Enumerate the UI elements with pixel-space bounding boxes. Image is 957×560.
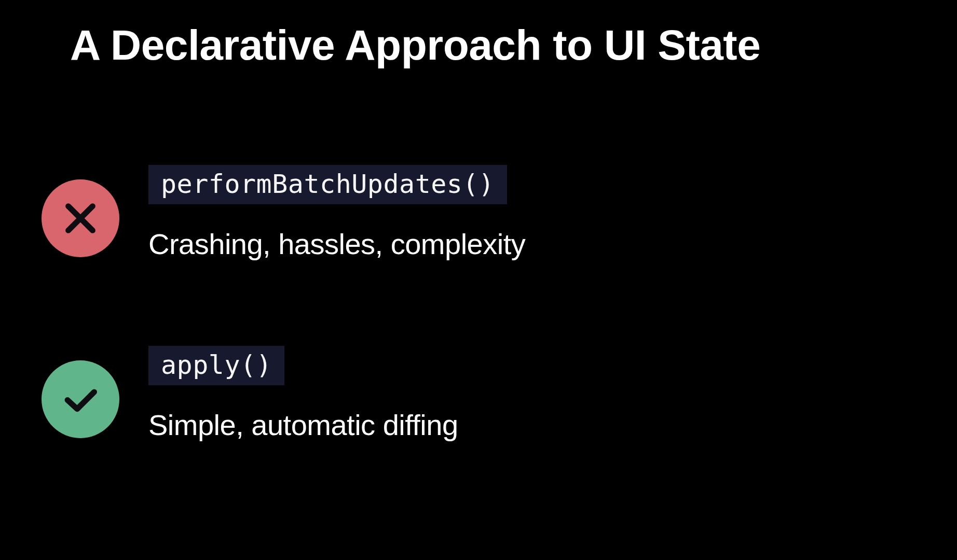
check-icon	[42, 360, 119, 438]
comparison-row-bad: performBatchUpdates() Crashing, hassles,…	[42, 179, 525, 261]
slide: A Declarative Approach to UI State perfo…	[0, 0, 957, 560]
code-chip: apply()	[148, 346, 284, 385]
row-body: apply() Simple, automatic diffing	[148, 360, 458, 442]
cross-icon	[42, 179, 119, 257]
code-chip: performBatchUpdates()	[148, 165, 507, 204]
row-body: performBatchUpdates() Crashing, hassles,…	[148, 179, 525, 261]
row-description: Simple, automatic diffing	[148, 408, 458, 442]
slide-title: A Declarative Approach to UI State	[70, 21, 760, 69]
comparison-row-good: apply() Simple, automatic diffing	[42, 360, 458, 442]
row-description: Crashing, hassles, complexity	[148, 227, 525, 261]
